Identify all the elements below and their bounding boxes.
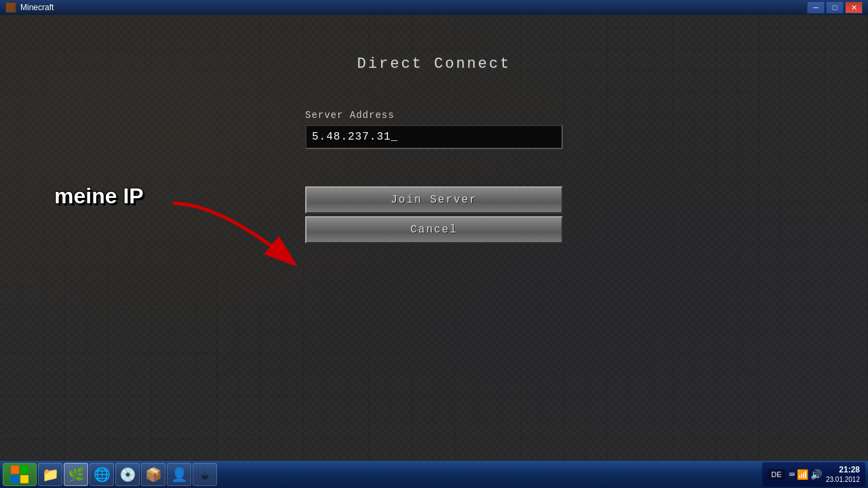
volume-icon: 🔊 (810, 469, 822, 481)
titlebar: ⛏ Minecraft ─ □ ✕ (0, 0, 868, 15)
language-indicator: DE (768, 469, 785, 480)
dialog-title: Direct Connect (357, 56, 511, 73)
minimize-button[interactable]: ─ (807, 1, 825, 14)
join-server-button[interactable]: Join Server (305, 186, 563, 214)
svg-rect-4 (20, 475, 28, 483)
system-tray: DE ⌨ 📶 🔊 21:28 23.01.2012 (762, 462, 865, 487)
svg-rect-3 (11, 475, 19, 483)
time-display: 21:28 (826, 464, 860, 476)
titlebar-left: ⛏ Minecraft (5, 2, 54, 13)
cancel-button[interactable]: Cancel (305, 216, 563, 243)
app-icon: ⛏ (5, 2, 16, 13)
svg-rect-2 (20, 466, 28, 474)
date-display: 23.01.2012 (826, 475, 860, 485)
taskbar-java-icon[interactable]: ☕ (193, 463, 217, 486)
taskbar: 📁 🌿 🌐 💿 📦 👤 ☕ DE ⌨ 📶 🔊 21:28 23.01.2012 (0, 461, 868, 488)
clock-display[interactable]: 21:28 23.01.2012 (826, 464, 860, 485)
taskbar-explorer-icon[interactable]: 📁 (38, 463, 62, 486)
taskbar-disc-icon[interactable]: 💿 (115, 463, 140, 486)
titlebar-controls: ─ □ ✕ (807, 1, 863, 14)
start-button[interactable] (3, 463, 37, 486)
taskbar-package-icon[interactable]: 📦 (141, 463, 165, 486)
svg-rect-1 (11, 466, 19, 474)
content-area: Direct Connect Server Address Join Serve… (0, 15, 868, 461)
taskbar-browser-icon[interactable]: 🌐 (90, 463, 114, 486)
buttons-container: Join Server Cancel (305, 186, 563, 243)
server-address-label: Server Address (305, 110, 395, 121)
windows-logo-icon (9, 464, 30, 485)
taskbar-minecraft-icon[interactable]: 🌿 (64, 463, 88, 486)
window-title: Minecraft (20, 3, 54, 12)
close-button[interactable]: ✕ (845, 1, 863, 14)
maximize-button[interactable]: □ (826, 1, 844, 14)
network-icon: 📶 (797, 469, 808, 481)
tray-icons: ⌨ 📶 🔊 (789, 469, 822, 481)
form-container: Server Address (305, 110, 563, 149)
taskbar-person-icon[interactable]: 👤 (167, 463, 191, 486)
keyboard-icon: ⌨ (789, 469, 795, 481)
server-address-input[interactable] (305, 125, 563, 149)
